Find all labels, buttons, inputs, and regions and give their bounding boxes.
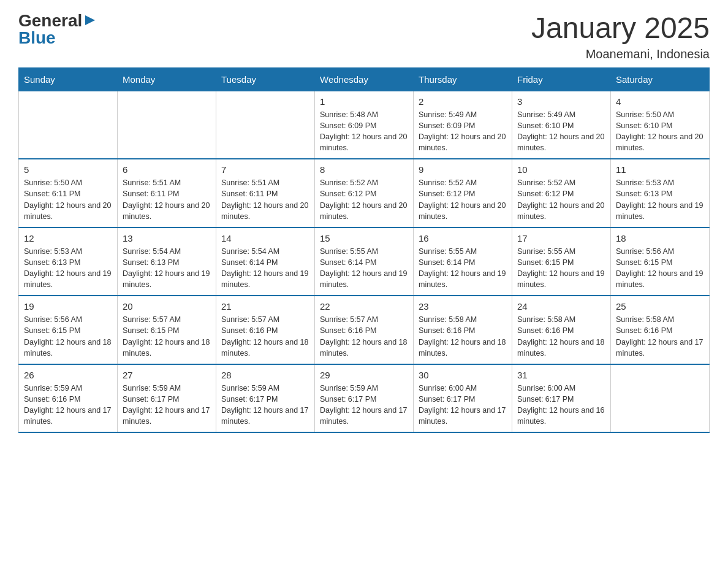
day-number: 23 [419,300,507,313]
day-number: 5 [24,163,112,176]
table-row: 1Sunrise: 5:48 AM Sunset: 6:09 PM Daylig… [315,91,414,159]
day-number: 13 [123,232,211,245]
table-row: 20Sunrise: 5:57 AM Sunset: 6:15 PM Dayli… [118,296,216,364]
day-number: 15 [320,232,408,245]
table-row [118,91,216,159]
calendar-title: January 2025 [531,12,710,45]
calendar-week-row: 1Sunrise: 5:48 AM Sunset: 6:09 PM Daylig… [19,91,710,159]
day-number: 19 [24,300,112,313]
table-row: 25Sunrise: 5:58 AM Sunset: 6:16 PM Dayli… [611,296,710,364]
table-row [611,364,710,433]
day-number: 24 [517,300,605,313]
day-number: 18 [616,232,704,245]
day-number: 26 [24,369,112,381]
day-info: Sunrise: 5:52 AM Sunset: 6:12 PM Dayligh… [517,177,605,222]
table-row: 18Sunrise: 5:56 AM Sunset: 6:15 PM Dayli… [611,228,710,296]
day-info: Sunrise: 6:00 AM Sunset: 6:17 PM Dayligh… [517,383,605,427]
table-row [216,91,315,159]
day-info: Sunrise: 6:00 AM Sunset: 6:17 PM Dayligh… [419,383,507,427]
calendar-table: Sunday Monday Tuesday Wednesday Thursday… [18,67,710,434]
day-info: Sunrise: 5:57 AM Sunset: 6:15 PM Dayligh… [123,314,211,359]
day-info: Sunrise: 5:53 AM Sunset: 6:13 PM Dayligh… [616,177,704,222]
day-number: 20 [123,300,211,313]
title-block: January 2025 Moanemani, Indonesia [531,12,710,61]
day-number: 6 [123,163,211,176]
day-number: 7 [221,163,309,176]
header-tuesday: Tuesday [216,67,315,91]
page-header: General Blue January 2025 Moanemani, Ind… [18,12,710,61]
calendar-week-row: 19Sunrise: 5:56 AM Sunset: 6:15 PM Dayli… [19,296,710,364]
table-row: 22Sunrise: 5:57 AM Sunset: 6:16 PM Dayli… [315,296,414,364]
table-row: 13Sunrise: 5:54 AM Sunset: 6:13 PM Dayli… [118,228,216,296]
day-number: 4 [616,95,704,108]
day-number: 21 [221,300,309,313]
logo: General Blue [18,12,96,48]
day-number: 22 [320,300,408,313]
table-row: 4Sunrise: 5:50 AM Sunset: 6:10 PM Daylig… [611,91,710,159]
day-number: 30 [419,369,507,381]
day-number: 10 [517,163,605,176]
header-sunday: Sunday [19,67,118,91]
day-info: Sunrise: 5:59 AM Sunset: 6:16 PM Dayligh… [24,383,112,427]
day-info: Sunrise: 5:59 AM Sunset: 6:17 PM Dayligh… [123,383,211,427]
table-row: 2Sunrise: 5:49 AM Sunset: 6:09 PM Daylig… [414,91,512,159]
logo-general-text: General [18,12,82,29]
day-info: Sunrise: 5:58 AM Sunset: 6:16 PM Dayligh… [517,314,605,359]
table-row: 14Sunrise: 5:54 AM Sunset: 6:14 PM Dayli… [216,228,315,296]
day-number: 3 [517,95,605,108]
day-number: 2 [419,95,507,108]
table-row: 28Sunrise: 5:59 AM Sunset: 6:17 PM Dayli… [216,364,315,433]
day-number: 8 [320,163,408,176]
day-info: Sunrise: 5:59 AM Sunset: 6:17 PM Dayligh… [221,383,309,427]
day-info: Sunrise: 5:52 AM Sunset: 6:12 PM Dayligh… [320,177,408,222]
logo-arrow-icon [84,14,96,29]
day-info: Sunrise: 5:55 AM Sunset: 6:14 PM Dayligh… [320,246,408,291]
day-info: Sunrise: 5:55 AM Sunset: 6:14 PM Dayligh… [419,246,507,291]
day-info: Sunrise: 5:52 AM Sunset: 6:12 PM Dayligh… [419,177,507,222]
table-row: 11Sunrise: 5:53 AM Sunset: 6:13 PM Dayli… [611,159,710,228]
day-info: Sunrise: 5:50 AM Sunset: 6:10 PM Dayligh… [616,109,704,154]
day-number: 27 [123,369,211,381]
header-wednesday: Wednesday [315,67,414,91]
table-row: 24Sunrise: 5:58 AM Sunset: 6:16 PM Dayli… [512,296,611,364]
calendar-week-row: 12Sunrise: 5:53 AM Sunset: 6:13 PM Dayli… [19,228,710,296]
header-monday: Monday [118,67,216,91]
table-row: 29Sunrise: 5:59 AM Sunset: 6:17 PM Dayli… [315,364,414,433]
table-row: 15Sunrise: 5:55 AM Sunset: 6:14 PM Dayli… [315,228,414,296]
day-info: Sunrise: 5:50 AM Sunset: 6:11 PM Dayligh… [24,177,112,222]
day-number: 31 [517,369,605,381]
table-row: 27Sunrise: 5:59 AM Sunset: 6:17 PM Dayli… [118,364,216,433]
day-number: 11 [616,163,704,176]
day-info: Sunrise: 5:54 AM Sunset: 6:13 PM Dayligh… [123,246,211,291]
calendar-week-row: 5Sunrise: 5:50 AM Sunset: 6:11 PM Daylig… [19,159,710,228]
day-info: Sunrise: 5:49 AM Sunset: 6:10 PM Dayligh… [517,109,605,154]
header-friday: Friday [512,67,611,91]
day-info: Sunrise: 5:58 AM Sunset: 6:16 PM Dayligh… [419,314,507,359]
table-row: 16Sunrise: 5:55 AM Sunset: 6:14 PM Dayli… [414,228,512,296]
calendar-week-row: 26Sunrise: 5:59 AM Sunset: 6:16 PM Dayli… [19,364,710,433]
table-row: 30Sunrise: 6:00 AM Sunset: 6:17 PM Dayli… [414,364,512,433]
day-info: Sunrise: 5:55 AM Sunset: 6:15 PM Dayligh… [517,246,605,291]
day-info: Sunrise: 5:54 AM Sunset: 6:14 PM Dayligh… [221,246,309,291]
table-row: 8Sunrise: 5:52 AM Sunset: 6:12 PM Daylig… [315,159,414,228]
table-row: 21Sunrise: 5:57 AM Sunset: 6:16 PM Dayli… [216,296,315,364]
table-row: 23Sunrise: 5:58 AM Sunset: 6:16 PM Dayli… [414,296,512,364]
day-info: Sunrise: 5:51 AM Sunset: 6:11 PM Dayligh… [123,177,211,222]
table-row: 26Sunrise: 5:59 AM Sunset: 6:16 PM Dayli… [19,364,118,433]
day-number: 9 [419,163,507,176]
table-row: 10Sunrise: 5:52 AM Sunset: 6:12 PM Dayli… [512,159,611,228]
table-row: 3Sunrise: 5:49 AM Sunset: 6:10 PM Daylig… [512,91,611,159]
day-number: 16 [419,232,507,245]
header-saturday: Saturday [611,67,710,91]
day-info: Sunrise: 5:56 AM Sunset: 6:15 PM Dayligh… [616,246,704,291]
day-info: Sunrise: 5:57 AM Sunset: 6:16 PM Dayligh… [221,314,309,359]
table-row: 9Sunrise: 5:52 AM Sunset: 6:12 PM Daylig… [414,159,512,228]
day-info: Sunrise: 5:58 AM Sunset: 6:16 PM Dayligh… [616,314,704,359]
day-info: Sunrise: 5:57 AM Sunset: 6:16 PM Dayligh… [320,314,408,359]
table-row: 12Sunrise: 5:53 AM Sunset: 6:13 PM Dayli… [19,228,118,296]
svg-marker-0 [85,15,95,25]
calendar-header-row: Sunday Monday Tuesday Wednesday Thursday… [19,67,710,91]
day-info: Sunrise: 5:49 AM Sunset: 6:09 PM Dayligh… [419,109,507,154]
day-info: Sunrise: 5:48 AM Sunset: 6:09 PM Dayligh… [320,109,408,154]
table-row: 19Sunrise: 5:56 AM Sunset: 6:15 PM Dayli… [19,296,118,364]
